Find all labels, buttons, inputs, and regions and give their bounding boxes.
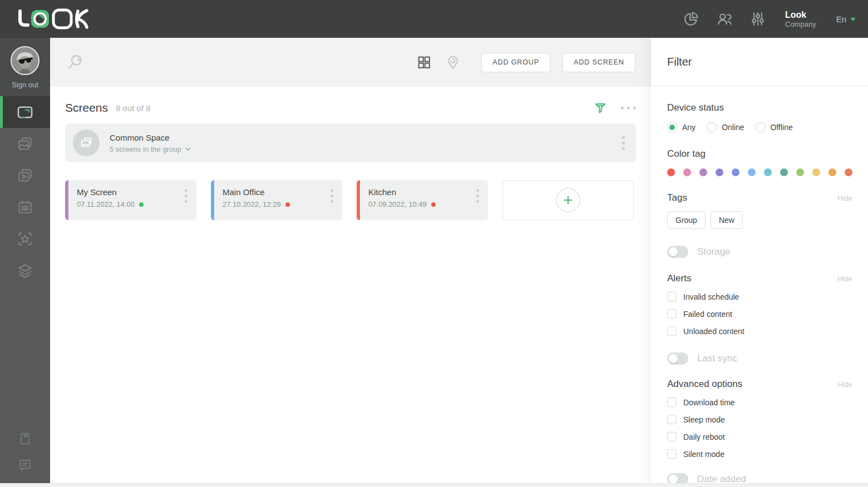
- color-tag-dot[interactable]: [716, 168, 723, 176]
- advanced-checkbox-row[interactable]: Download time: [667, 397, 852, 407]
- screen-card-menu-button[interactable]: [327, 189, 337, 220]
- horizontal-scrollbar[interactable]: [0, 483, 868, 487]
- tag-buttons: Group New: [667, 211, 852, 229]
- color-tag-dot[interactable]: [812, 168, 820, 176]
- group-expand-chevron-icon[interactable]: [185, 147, 191, 151]
- color-tag-dot[interactable]: [732, 168, 739, 176]
- sidebar-item-schedule[interactable]: [0, 191, 50, 223]
- checkbox-label: Silent mode: [683, 450, 724, 459]
- color-tag-dot[interactable]: [748, 168, 756, 176]
- filter-toggle-icon[interactable]: [593, 101, 608, 115]
- tags-heading: Tags: [667, 192, 687, 203]
- device-status-radio[interactable]: Any: [667, 122, 696, 132]
- device-status-radio[interactable]: Offline: [756, 122, 793, 132]
- color-tag-dot[interactable]: [780, 168, 788, 176]
- screen-last-seen: 07.11.2022, 14:00: [77, 200, 135, 208]
- status-dot: [431, 202, 436, 207]
- sidebar-item-playlists[interactable]: [0, 160, 50, 191]
- date-added-label: Date added: [697, 474, 746, 483]
- sidebar-item-support-chat[interactable]: [0, 452, 50, 479]
- checkbox-label: Unloaded content: [683, 327, 744, 336]
- featured-star-icon: [16, 230, 34, 248]
- account-type: Company: [785, 20, 816, 29]
- images-icon: [16, 135, 34, 153]
- top-bar: Look Company En: [0, 0, 868, 38]
- group-title: Common Space: [110, 133, 191, 142]
- screen-last-seen: 27.10.2022, 12:29: [223, 200, 281, 208]
- look-logo[interactable]: [12, 6, 89, 32]
- alert-checkbox-row[interactable]: Invalid schedule: [667, 292, 852, 301]
- screen-card[interactable]: Kitchen 07.09.2022, 10:49: [357, 180, 488, 220]
- color-tag-heading: Color tag: [667, 148, 706, 160]
- statistics-icon[interactable]: [682, 9, 701, 28]
- tags-hide-link[interactable]: Hide: [837, 194, 852, 202]
- screens-content: Screens 8 out of 8: [50, 101, 651, 220]
- sidebar-item-screens[interactable]: [0, 96, 50, 128]
- grid-view-icon[interactable]: [416, 54, 432, 71]
- tag-button[interactable]: Group: [667, 211, 706, 229]
- settings-sliders-icon[interactable]: [748, 9, 767, 28]
- radio-circle-icon: [667, 122, 677, 132]
- last-sync-toggle[interactable]: [667, 352, 688, 365]
- screen-name: Kitchen: [368, 187, 436, 197]
- status-dot: [285, 202, 290, 207]
- checkbox-label: Daily reboot: [683, 433, 725, 441]
- group-card[interactable]: Common Space 5 screens in the group: [65, 123, 636, 162]
- color-tag-dot[interactable]: [764, 168, 772, 176]
- add-screen-card[interactable]: [502, 180, 634, 220]
- device-status-heading: Device status: [667, 102, 724, 113]
- color-tag-dot[interactable]: [796, 168, 804, 176]
- language-selector[interactable]: En: [836, 14, 856, 24]
- checkbox-icon: [667, 309, 677, 319]
- device-status-radio[interactable]: Online: [707, 122, 744, 132]
- sidebar-item-documentation[interactable]: [0, 425, 50, 452]
- tag-button[interactable]: New: [711, 211, 743, 229]
- advanced-checkbox-row[interactable]: Silent mode: [667, 449, 852, 459]
- color-tag-dot[interactable]: [845, 168, 852, 176]
- screen-cards-row: My Screen 07.11.2022, 14:00 Main Office: [65, 180, 636, 220]
- radio-label: Offline: [771, 123, 793, 132]
- screen-card-menu-button[interactable]: [181, 189, 191, 220]
- filter-title: Filter: [667, 56, 692, 68]
- advanced-hide-link[interactable]: Hide: [837, 380, 852, 389]
- color-tag-palette: [667, 168, 852, 176]
- advanced-checkbox-row[interactable]: Daily reboot: [667, 432, 852, 441]
- color-tag-dot[interactable]: [683, 168, 691, 176]
- date-added-toggle[interactable]: [667, 473, 688, 483]
- sidebar: Sign out: [0, 38, 50, 483]
- alert-checkbox-row[interactable]: Unloaded content: [667, 326, 852, 336]
- storage-toggle[interactable]: [667, 246, 688, 258]
- checkbox-icon: [667, 415, 677, 424]
- color-tag-dot[interactable]: [667, 168, 675, 176]
- add-group-button[interactable]: ADD GROUP: [481, 53, 550, 72]
- map-view-icon[interactable]: [445, 54, 461, 71]
- users-icon[interactable]: [715, 9, 734, 28]
- screen-name: My Screen: [77, 187, 144, 197]
- checkbox-icon: [667, 397, 677, 407]
- sign-out-button[interactable]: Sign out: [12, 81, 38, 89]
- screen-card-menu-button[interactable]: [473, 189, 482, 220]
- search-button[interactable]: [66, 53, 85, 72]
- sidebar-item-media[interactable]: [0, 128, 50, 160]
- language-label: En: [836, 14, 846, 24]
- plus-icon: [556, 188, 580, 212]
- account-info[interactable]: Look Company: [785, 9, 816, 29]
- screen-card[interactable]: My Screen 07.11.2022, 14:00: [65, 180, 196, 220]
- avatar[interactable]: [11, 46, 40, 75]
- alert-checkbox-row[interactable]: Failed content: [667, 309, 852, 319]
- advanced-checkbox-row[interactable]: Sleep mode: [667, 415, 852, 424]
- color-tag-dot[interactable]: [828, 168, 836, 176]
- sidebar-item-layers[interactable]: [0, 255, 50, 286]
- group-menu-button[interactable]: [619, 136, 628, 150]
- checkbox-label: Invalid schedule: [683, 292, 739, 301]
- last-sync-label: Last sync: [697, 353, 737, 364]
- alerts-hide-link[interactable]: Hide: [837, 275, 852, 283]
- layers-icon: [16, 262, 34, 280]
- chat-icon: [17, 458, 33, 473]
- color-tag-dot[interactable]: [699, 168, 707, 176]
- screen-card[interactable]: Main Office 27.10.2022, 12:29: [211, 180, 342, 220]
- add-screen-button[interactable]: ADD SCREEN: [563, 53, 635, 72]
- screens-menu-button[interactable]: [621, 105, 636, 112]
- storage-label: Storage: [697, 246, 731, 257]
- sidebar-item-widgets[interactable]: [0, 223, 50, 255]
